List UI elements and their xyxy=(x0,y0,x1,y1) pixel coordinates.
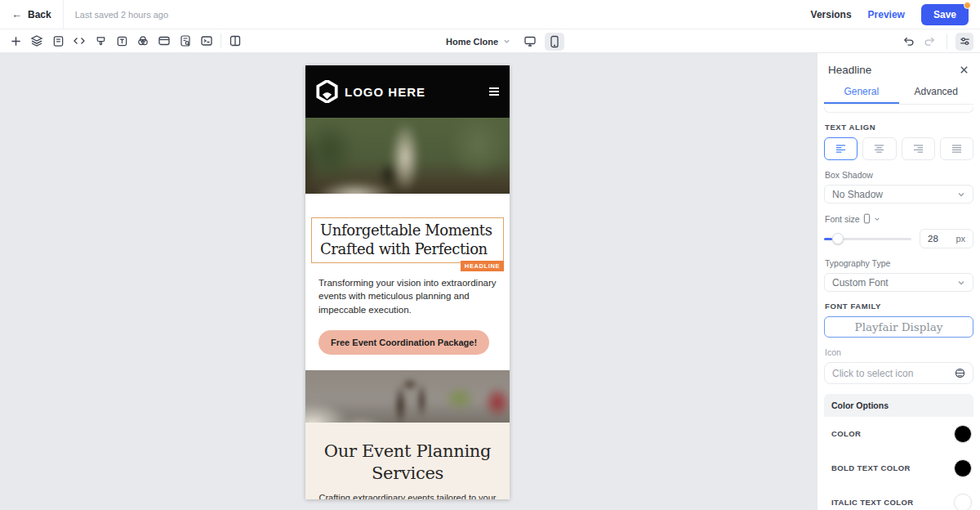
preview-button[interactable]: Preview xyxy=(868,9,905,20)
layers-icon xyxy=(30,34,43,47)
icon-placeholder-text: Click to select icon xyxy=(832,368,913,379)
typography-type-select[interactable]: Custom Font xyxy=(824,273,973,292)
versions-button[interactable]: Versions xyxy=(811,9,852,20)
align-right-icon xyxy=(913,144,924,154)
font-family-label: FONT FAMILY xyxy=(825,302,973,311)
blend-button[interactable] xyxy=(134,32,152,50)
box-shadow-label: Box Shadow xyxy=(825,170,973,180)
font-size-value: 28 xyxy=(928,234,938,244)
cta-button[interactable]: Free Event Coordination Package! xyxy=(318,330,489,355)
forms-button[interactable] xyxy=(49,32,67,50)
back-button[interactable]: ← Back xyxy=(11,8,51,20)
text-align-group xyxy=(824,137,973,160)
align-right-button[interactable] xyxy=(902,137,935,160)
box-shadow-select[interactable]: No Shadow xyxy=(824,185,973,204)
hero-paragraph[interactable]: Transforming your vision into extraordin… xyxy=(318,276,497,316)
slider-fill xyxy=(824,238,832,240)
table-setting-image-blur xyxy=(305,370,510,423)
file-search-button[interactable] xyxy=(176,32,194,50)
bold-text-color-label: BOLD TEXT COLOR xyxy=(831,462,911,474)
icon-picker-icon xyxy=(955,368,965,378)
sliders-icon xyxy=(959,35,971,47)
bold-text-color-swatch[interactable] xyxy=(954,459,972,477)
redo-button[interactable] xyxy=(920,33,938,51)
typography-type-label: Typography Type xyxy=(825,258,973,268)
container-button[interactable] xyxy=(155,32,173,50)
back-label: Back xyxy=(28,9,51,20)
chevron-down-icon xyxy=(957,279,965,287)
blend-circles-icon xyxy=(136,34,149,47)
site-logo-text: LOGO HERE xyxy=(345,85,483,99)
panels-layout-button[interactable] xyxy=(226,32,244,50)
add-element-button[interactable] xyxy=(7,32,24,50)
hero-image xyxy=(305,118,510,194)
font-size-input[interactable]: 28 px xyxy=(920,229,973,248)
mobile-breakpoint-icon[interactable] xyxy=(863,213,871,224)
icon-label: Icon xyxy=(825,347,973,357)
style-painter-button[interactable] xyxy=(91,32,109,50)
services-subtext: Crafting extraordinary events tailored t… xyxy=(305,493,510,499)
toolbar-divider xyxy=(947,34,947,49)
color-label: COLOR xyxy=(831,427,861,440)
tab-advanced[interactable]: Advanced xyxy=(899,80,974,104)
columns-icon xyxy=(229,34,242,47)
tab-general[interactable]: General xyxy=(824,80,899,104)
font-size-label: Font size xyxy=(825,213,973,224)
selected-headline-element[interactable]: Unforgettable Moments Crafted with Perfe… xyxy=(311,217,504,263)
undo-button[interactable] xyxy=(899,33,917,51)
settings-panel-button[interactable] xyxy=(956,33,973,51)
color-options-header: Color Options xyxy=(824,394,973,417)
desktop-icon xyxy=(523,35,537,47)
chevron-down-icon xyxy=(503,38,510,45)
table-setting-image xyxy=(305,370,510,423)
editor-toolbar: Home Clone xyxy=(0,29,980,53)
color-swatch[interactable] xyxy=(954,425,972,443)
color-row: ITALIC TEXT COLOR xyxy=(824,485,973,510)
box-shadow-value: No Shadow xyxy=(832,189,883,200)
icon-select-input[interactable]: Click to select icon xyxy=(824,362,973,384)
terminal-icon xyxy=(200,34,213,47)
font-size-unit: px xyxy=(956,234,965,244)
chevron-down-icon xyxy=(957,190,965,199)
settings-panel: Headline General Advanced TEXT ALIGN xyxy=(817,53,980,510)
save-button[interactable]: Save xyxy=(921,4,969,25)
services-heading[interactable]: Our Event Planning Services xyxy=(305,441,510,485)
services-section: Our Event Planning Services Crafting ext… xyxy=(305,423,510,499)
hamburger-menu-icon[interactable] xyxy=(489,87,499,96)
site-header: LOGO HERE xyxy=(305,65,510,118)
align-center-button[interactable] xyxy=(862,137,896,160)
align-justify-button[interactable] xyxy=(940,137,973,160)
font-family-input[interactable]: Playfair Display xyxy=(824,316,973,338)
font-size-slider[interactable] xyxy=(824,233,911,244)
code-button[interactable] xyxy=(70,32,88,50)
typography-type-value: Custom Font xyxy=(832,277,889,289)
align-left-button[interactable] xyxy=(824,137,858,160)
page-selector[interactable]: Home Clone xyxy=(441,34,515,50)
hexagon-logo-icon xyxy=(316,80,338,103)
align-justify-icon xyxy=(951,144,962,154)
top-bar: ← Back Last saved 2 hours ago Versions P… xyxy=(0,0,980,29)
file-search-icon xyxy=(179,34,192,47)
divider xyxy=(63,0,64,29)
terminal-button[interactable] xyxy=(198,32,216,50)
slider-handle[interactable] xyxy=(832,233,844,244)
italic-text-color-swatch[interactable] xyxy=(954,494,972,510)
panel-tabs: General Advanced xyxy=(824,80,973,105)
align-center-icon xyxy=(874,144,884,154)
text-element-button[interactable] xyxy=(113,32,131,50)
desktop-view-button[interactable] xyxy=(520,33,540,51)
close-icon xyxy=(959,65,969,75)
element-type-badge: HEADLINE xyxy=(461,261,504,271)
scrolled-control-edge xyxy=(824,107,973,113)
mobile-view-button[interactable] xyxy=(545,33,564,51)
close-panel-button[interactable] xyxy=(959,65,969,75)
hero-image-blur xyxy=(305,118,510,194)
container-icon xyxy=(158,34,171,47)
app-window: ← Back Last saved 2 hours ago Versions P… xyxy=(0,0,980,510)
font-family-value: Playfair Display xyxy=(855,320,943,333)
save-label: Save xyxy=(933,9,956,20)
chevron-down-icon[interactable] xyxy=(874,216,880,222)
color-options-section: Color Options COLOR BOLD TEXT COLOR ITAL… xyxy=(824,394,973,510)
layers-button[interactable] xyxy=(28,32,46,50)
color-row: COLOR xyxy=(824,417,973,451)
